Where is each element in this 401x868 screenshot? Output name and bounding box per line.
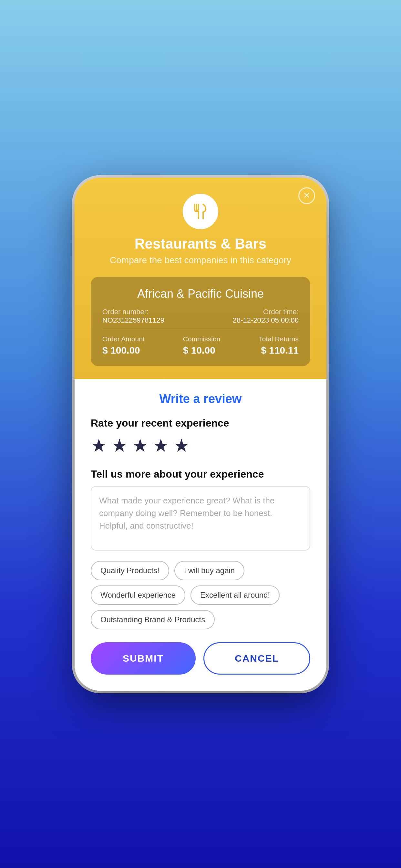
stars-row[interactable]: ★ ★ ★ ★ ★ [91, 435, 310, 456]
total-returns-item: Total Returns $ 110.11 [258, 335, 299, 356]
commission-label: Commission [183, 335, 220, 343]
order-time-section: Order time: 28-12-2023 05:00:00 [233, 308, 299, 324]
phone-shell: ✕ Restaurants & Bars Compare the best co… [74, 178, 327, 691]
tag-quality-products[interactable]: Quality Products! [91, 561, 169, 580]
cancel-button[interactable]: CANCEL [204, 642, 310, 675]
fork-knife-icon [191, 202, 210, 221]
total-returns-value: $ 110.11 [261, 345, 299, 356]
header-section: ✕ Restaurants & Bars Compare the best co… [74, 178, 327, 379]
tell-heading: Tell us more about your experience [91, 468, 310, 480]
restaurant-name: African & Pacific Cuisine [102, 287, 299, 301]
order-time-label: Order time: [263, 308, 299, 316]
page-subtitle: Compare the best companies in this categ… [110, 255, 291, 266]
order-amount-label: Order Amount [102, 335, 145, 343]
order-card: African & Pacific Cuisine Order number: … [91, 277, 310, 366]
order-amount-item: Order Amount $ 100.00 [102, 335, 145, 356]
review-section: Write a review Rate your recent experien… [74, 379, 327, 691]
star-4[interactable]: ★ [153, 435, 169, 456]
order-financials: Order Amount $ 100.00 Commission $ 10.00… [102, 335, 299, 356]
action-buttons: SUBMIT CANCEL [91, 642, 310, 675]
star-5[interactable]: ★ [174, 435, 189, 456]
commission-value: $ 10.00 [183, 345, 220, 356]
close-icon: ✕ [303, 190, 310, 200]
tag-buy-again[interactable]: I will buy again [174, 561, 244, 580]
order-number-label: Order number: [102, 308, 164, 316]
review-textarea[interactable] [91, 486, 310, 551]
order-divider [102, 330, 299, 330]
tag-excellent-all-around[interactable]: Excellent all around! [190, 585, 280, 605]
total-returns-label: Total Returns [258, 335, 299, 343]
star-1[interactable]: ★ [91, 435, 107, 456]
tag-wonderful-experience[interactable]: Wonderful experience [91, 585, 185, 605]
star-2[interactable]: ★ [112, 435, 127, 456]
order-time-value: 28-12-2023 05:00:00 [233, 316, 299, 324]
close-button[interactable]: ✕ [298, 187, 315, 204]
tags-section: Quality Products! I will buy again Wonde… [91, 561, 310, 629]
page-title: Restaurants & Bars [135, 236, 266, 252]
order-amount-value: $ 100.00 [102, 345, 145, 356]
submit-button[interactable]: SUBMIT [91, 642, 196, 675]
star-3[interactable]: ★ [132, 435, 148, 456]
tag-outstanding-brand[interactable]: Outstanding Brand & Products [91, 610, 215, 629]
review-title: Write a review [91, 392, 310, 406]
restaurant-icon-circle [183, 194, 218, 229]
order-number-value: NO2312259781129 [102, 316, 164, 324]
commission-item: Commission $ 10.00 [183, 335, 220, 356]
rate-heading: Rate your recent experience [91, 417, 310, 429]
order-meta: Order number: NO2312259781129 Order time… [102, 308, 299, 324]
order-number-section: Order number: NO2312259781129 [102, 308, 164, 324]
